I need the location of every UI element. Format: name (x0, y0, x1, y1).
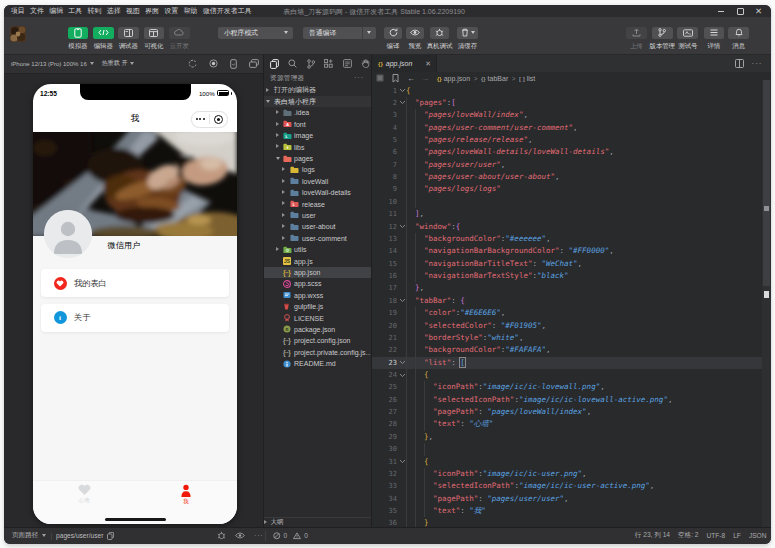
menu-2[interactable]: 文件 (29, 6, 45, 16)
nav-forward-icon[interactable]: → (421, 74, 429, 83)
minimize-button[interactable] (717, 7, 725, 15)
版本管理-button[interactable] (652, 27, 673, 40)
tree-item-logs[interactable]: logs (264, 164, 372, 175)
tree-item-user-comment[interactable]: user-comment (264, 233, 372, 244)
menu-8[interactable]: 界面 (144, 6, 160, 16)
windows-icon[interactable] (249, 59, 259, 68)
fold-chevron-icon[interactable] (399, 459, 406, 464)
tree-item-pages[interactable]: pages (264, 153, 372, 164)
menu-5[interactable]: 转到 (87, 6, 103, 16)
code-line-1[interactable]: 1{ (372, 85, 762, 97)
code-line-26[interactable]: 26 "selectedIconPath":"image/ic/ic-lovew… (372, 394, 762, 406)
模拟器-button[interactable] (68, 27, 89, 40)
phone-slim-icon[interactable] (230, 59, 237, 69)
menu-grid-icon[interactable] (376, 74, 384, 82)
tree-item-lovewall[interactable]: loveWall (264, 176, 372, 187)
maximize-button[interactable] (736, 7, 744, 15)
mode-select[interactable]: 小程序模式 (218, 27, 293, 39)
tree-item-app.js[interactable]: JSapp.js (264, 255, 372, 266)
language-mode[interactable]: JSON (749, 532, 767, 539)
breadcrumb-list[interactable]: [ ]list (519, 75, 535, 82)
nav-back-icon[interactable]: ← (407, 74, 415, 83)
menu-item-about[interactable]: i关于 (41, 304, 229, 332)
menu-3[interactable]: 编辑 (48, 6, 64, 16)
code-line-22[interactable]: 22 "backgroundColor":"#FAFAFA", (372, 344, 762, 356)
code-line-14[interactable]: 14 "navigationBarBackgroundColor": "#FF0… (372, 245, 762, 257)
code-line-7[interactable]: 7 "pages/user/user", (372, 159, 762, 171)
code-line-2[interactable]: 2 "pages":[ (372, 97, 762, 109)
menu-4[interactable]: 工具 (68, 6, 84, 16)
menu-6[interactable]: 选择 (106, 6, 122, 16)
menu-item-my-confessions[interactable]: 我的表白 (41, 269, 229, 297)
exit-miniprogram-button[interactable] (210, 115, 227, 124)
code-line-5[interactable]: 5 "pages/release/release", (372, 134, 762, 146)
breadcrumb-app.json[interactable]: {}app.json (437, 75, 470, 82)
tree-item-libs[interactable]: libs (264, 141, 372, 152)
code-line-34[interactable]: 34 "pagePath": "pages/user/user", (372, 493, 762, 505)
code-line-20[interactable]: 20 "selectedColor": "#F01905", (372, 320, 762, 332)
user-avatar[interactable] (10, 26, 26, 42)
code-line-21[interactable]: 21 "borderStyle":"white", (372, 332, 762, 344)
fold-chevron-icon[interactable] (399, 224, 406, 229)
menu-9[interactable]: 设置 (164, 6, 180, 16)
tree-item-gulpfile.js[interactable]: gulpfile.js (264, 301, 372, 312)
code-line-17[interactable]: 17 }, (372, 282, 762, 294)
code-line-4[interactable]: 4 "pages/user-comment/user-comment", (372, 122, 762, 134)
上传-button[interactable] (626, 27, 647, 40)
tabbar-item-me[interactable]: 我 (156, 484, 216, 505)
code-line-8[interactable]: 8 "pages/user-about/user-about", (372, 171, 762, 183)
code-line-30[interactable]: 30 (372, 443, 762, 455)
hand-icon[interactable] (361, 59, 370, 68)
encoding-setting[interactable]: UTF-8 (707, 532, 726, 539)
调试器-button[interactable] (118, 27, 139, 40)
code-line-32[interactable]: 32 "iconPath":"image/ic/ic-user.png", (372, 468, 762, 480)
code-line-24[interactable]: 24 { (372, 369, 762, 381)
fold-chevron-icon[interactable] (399, 360, 406, 365)
bookmark-icon[interactable] (392, 74, 399, 83)
explorer-more-button[interactable]: ··· (354, 76, 364, 80)
code-line-25[interactable]: 25 "iconPath":"image/ic/ic-lovewall.png"… (372, 381, 762, 393)
code-line-11[interactable]: 11 ], (372, 208, 762, 220)
user-avatar-circle[interactable] (44, 210, 92, 258)
消息-button[interactable] (728, 27, 749, 40)
fold-chevron-icon[interactable] (399, 298, 406, 303)
search-icon[interactable] (288, 59, 297, 68)
预览-button[interactable] (406, 27, 424, 40)
problems-indicator[interactable]: 0 0 (273, 528, 308, 544)
menu-1[interactable]: 项目 (10, 6, 26, 16)
report-icon[interactable] (343, 59, 352, 68)
split-editor-icon[interactable] (735, 59, 744, 68)
code-line-18[interactable]: 18 "tabBar": { (372, 295, 762, 307)
tree-item-app.wxss[interactable]: app.wxss (264, 290, 372, 301)
tabbar-item-lovewall[interactable]: 心墙 (54, 484, 114, 504)
editor-more-icon[interactable]: ··· (752, 59, 763, 68)
close-button[interactable]: ✕ (755, 7, 763, 15)
code-line-9[interactable]: 9 "pages/logs/logs" (372, 183, 762, 195)
breadcrumb-tabBar[interactable]: {}tabBar (481, 75, 508, 82)
code-line-19[interactable]: 19 "color":"#E6E6E6", (372, 307, 762, 319)
tree-item-user[interactable]: user (264, 210, 372, 221)
tree-item-license[interactable]: LICENSE (264, 312, 372, 323)
code-line-10[interactable]: 10 (372, 196, 762, 208)
tree-item-user-about[interactable]: user-about (264, 221, 372, 232)
more-menu-button[interactable] (192, 118, 209, 120)
tree-item-utils[interactable]: utils (264, 244, 372, 255)
files-icon[interactable] (270, 59, 279, 69)
code-line-35[interactable]: 35 "text": "我" (372, 505, 762, 517)
tree-item-font[interactable]: Afont (264, 119, 372, 130)
menu-10[interactable]: 帮助 (183, 6, 199, 16)
code-line-15[interactable]: 15 "navigationBarTitleText": "WeChat", (372, 258, 762, 270)
fold-chevron-icon[interactable] (399, 100, 406, 105)
code-editor[interactable]: 1{2 "pages":[3 "pages/loveWall/index",4 … (372, 85, 771, 528)
code-line-27[interactable]: 27 "pagePath": "pages/loveWall/index", (372, 406, 762, 418)
tree-item-readme.md[interactable]: README.md (264, 358, 372, 369)
编辑器-button[interactable] (93, 27, 114, 40)
code-line-16[interactable]: 16 "navigationBarTextStyle":"black" (372, 270, 762, 282)
测试号-button[interactable] (677, 27, 698, 40)
page-path-label[interactable]: 页面路径 (12, 531, 38, 540)
git-branch-icon[interactable] (307, 59, 315, 69)
tree-item-app.json[interactable]: {··}app.json (264, 267, 372, 278)
tree-item-project.private.config.js[interactable]: {··}project.private.config.js… (264, 346, 372, 357)
code-line-28[interactable]: 28 "text": "心墙" (372, 418, 762, 430)
scrollbar-thumb[interactable] (763, 80, 771, 286)
